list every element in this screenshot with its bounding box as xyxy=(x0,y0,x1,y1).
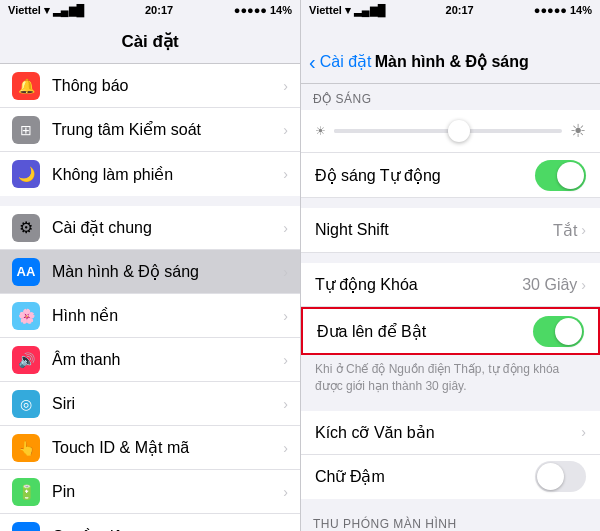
back-button[interactable]: ‹ Cài đặt xyxy=(309,52,371,72)
cai-dat-chung-icon: ⚙ xyxy=(12,214,40,242)
auto-brightness-row: Độ sáng Tự động xyxy=(301,153,600,197)
right-nav-bar: ‹ Cài đặt Màn hình & Độ sáng xyxy=(301,40,600,84)
raise-to-wake-label: Đưa lên để Bật xyxy=(317,322,533,341)
divider-1 xyxy=(0,196,300,206)
back-chevron-icon: ‹ xyxy=(309,52,316,72)
brightness-row: ☀ ☀ xyxy=(315,120,586,142)
auto-lock-value: 30 Giây xyxy=(522,276,577,294)
brightness-section: ☀ ☀ xyxy=(301,110,600,153)
settings-item-pin[interactable]: 🔋 Pin › xyxy=(0,470,300,514)
text-size-label: Kích cỡ Văn bản xyxy=(315,423,581,442)
settings-item-trung-tam[interactable]: ⊞ Trung tâm Kiểm soát › xyxy=(0,108,300,152)
raise-to-wake-highlight: Đưa lên để Bật xyxy=(301,307,600,355)
cai-dat-chung-label: Cài đặt chung xyxy=(52,218,283,237)
night-shift-chevron-icon: › xyxy=(581,222,586,238)
pin-label: Pin xyxy=(52,483,283,501)
bold-text-thumb xyxy=(537,463,564,490)
bold-text-label: Chữ Đậm xyxy=(315,467,535,486)
settings-item-hinh-nen[interactable]: 🌸 Hình nền › xyxy=(0,294,300,338)
settings-group-1: 🔔 Thông báo › ⊞ Trung tâm Kiểm soát › 🌙 … xyxy=(0,64,300,196)
hinh-nen-label: Hình nền xyxy=(52,306,283,325)
siri-icon: ◎ xyxy=(12,390,40,418)
auto-lock-chevron-icon: › xyxy=(581,277,586,293)
auto-brightness-toggle[interactable] xyxy=(535,160,586,191)
man-hinh-icon: AA xyxy=(12,258,40,286)
brightness-slider[interactable] xyxy=(334,129,562,133)
auto-brightness-thumb xyxy=(557,162,584,189)
right-title: Màn hình & Độ sáng xyxy=(371,52,532,71)
settings-item-cai-dat-chung[interactable]: ⚙ Cài đặt chung › xyxy=(0,206,300,250)
right-content: ĐỘ SÁNG ☀ ☀ Độ sáng Tự động xyxy=(301,84,600,531)
slider-fill xyxy=(334,129,459,133)
left-battery: ●●●●● 14% xyxy=(234,4,292,16)
hinh-nen-icon: 🌸 xyxy=(12,302,40,330)
left-nav-bar: Cài đặt xyxy=(0,20,300,64)
quyen-rieng-tu-icon: 🤝 xyxy=(12,522,40,531)
am-thanh-icon: 🔊 xyxy=(12,346,40,374)
trung-tam-label: Trung tâm Kiểm soát xyxy=(52,120,283,139)
night-shift-value: Tắt xyxy=(553,221,577,240)
raise-to-wake-thumb xyxy=(555,318,582,345)
siri-label: Siri xyxy=(52,395,283,413)
settings-item-siri[interactable]: ◎ Siri › xyxy=(0,382,300,426)
night-shift-label: Night Shift xyxy=(315,221,553,239)
left-status-bar: Viettel ▾ ▂▄▆█ 20:17 ●●●●● 14% xyxy=(0,0,300,20)
thong-bao-label: Thông báo xyxy=(52,77,283,95)
raise-to-wake-toggle[interactable] xyxy=(533,316,584,347)
am-thanh-label: Âm thanh xyxy=(52,351,283,369)
auto-lock-row[interactable]: Tự động Khóa 30 Giây › xyxy=(301,263,600,307)
right-panel: Viettel ▾ ▂▄▆█ 20:17 ●●●●● 14% ‹ Cài đặt… xyxy=(300,0,600,531)
left-title: Cài đặt xyxy=(121,31,178,52)
thong-bao-icon: 🔔 xyxy=(12,72,40,100)
settings-item-am-thanh[interactable]: 🔊 Âm thanh › xyxy=(0,338,300,382)
auto-brightness-label: Độ sáng Tự động xyxy=(315,166,535,185)
auto-lock-label: Tự động Khóa xyxy=(315,275,522,294)
left-carrier: Viettel ▾ ▂▄▆█ xyxy=(8,4,84,17)
settings-list: 🔔 Thông báo › ⊞ Trung tâm Kiểm soát › 🌙 … xyxy=(0,64,300,531)
settings-group-2: ⚙ Cài đặt chung › AA Màn hình & Độ sáng … xyxy=(0,206,300,531)
bold-text-toggle[interactable] xyxy=(535,461,586,492)
touch-id-icon: 👆 xyxy=(12,434,40,462)
touch-id-label: Touch ID & Mật mã xyxy=(52,438,283,457)
khong-lam-label: Không làm phiền xyxy=(52,165,283,184)
note-text: Khi ở Chế độ Nguồn điện Thấp, tự động kh… xyxy=(301,355,600,401)
brightness-high-icon: ☀ xyxy=(570,120,586,142)
settings-item-touch-id[interactable]: 👆 Touch ID & Mật mã › xyxy=(0,426,300,470)
night-shift-row[interactable]: Night Shift Tắt › xyxy=(301,208,600,252)
right-status-bar: Viettel ▾ ▂▄▆█ 20:17 ●●●●● 14% xyxy=(301,0,600,20)
raise-to-wake-row: Đưa lên để Bật xyxy=(303,309,598,353)
quyen-rieng-tu-label: Quyền riêng tư xyxy=(52,527,283,532)
text-size-chevron-icon: › xyxy=(581,424,586,440)
brightness-header: ĐỘ SÁNG xyxy=(301,84,600,110)
settings-item-quyen-rieng-tu[interactable]: 🤝 Quyền riêng tư › xyxy=(0,514,300,531)
settings-item-thong-bao[interactable]: 🔔 Thông báo › xyxy=(0,64,300,108)
man-hinh-label: Màn hình & Độ sáng xyxy=(52,262,283,281)
pin-icon: 🔋 xyxy=(12,478,40,506)
text-size-row[interactable]: Kích cỡ Văn bản › xyxy=(301,411,600,455)
bold-text-row: Chữ Đậm xyxy=(301,455,600,499)
brightness-low-icon: ☀ xyxy=(315,124,326,138)
left-time: 20:17 xyxy=(145,4,173,16)
right-time: 20:17 xyxy=(446,4,474,16)
settings-item-khong-lam[interactable]: 🌙 Không làm phiền › xyxy=(0,152,300,196)
back-label: Cài đặt xyxy=(320,52,372,71)
slider-thumb xyxy=(448,120,470,142)
left-panel: Viettel ▾ ▂▄▆█ 20:17 ●●●●● 14% Cài đặt 🔔… xyxy=(0,0,300,531)
khong-lam-icon: 🌙 xyxy=(12,160,40,188)
display-zoom-header: THU PHÓNG MÀN HÌNH xyxy=(301,509,600,531)
trung-tam-icon: ⊞ xyxy=(12,116,40,144)
settings-item-man-hinh[interactable]: AA Màn hình & Độ sáng › xyxy=(0,250,300,294)
